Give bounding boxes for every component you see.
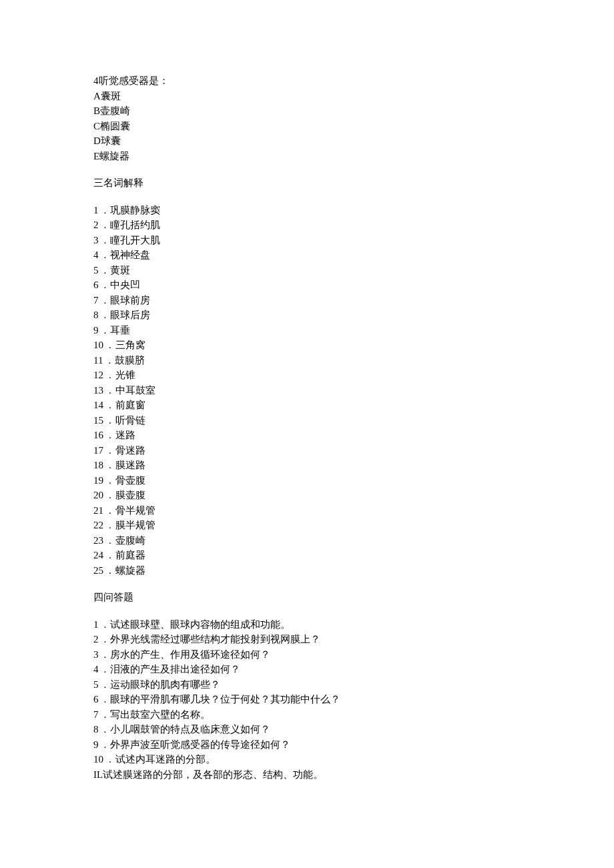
- question-text: 写出鼓室六壁的名称。: [110, 707, 210, 723]
- item-number: 9: [93, 737, 99, 753]
- question-item: 2.外界光线需经过哪些结构才能投射到视网膜上？: [93, 632, 614, 647]
- item-number: 13: [93, 383, 103, 398]
- term-item: 5.黄斑: [93, 263, 614, 278]
- dot-separator: .: [103, 443, 115, 458]
- dot-separator: .: [99, 632, 111, 647]
- term-text: 黄斑: [110, 263, 130, 278]
- term-item: 16.迷路: [93, 428, 614, 443]
- term-text: 眼球前房: [110, 293, 150, 308]
- term-item: 4.视神经盘: [93, 248, 614, 263]
- item-number: 5: [93, 263, 99, 278]
- dot-separator: .: [103, 503, 115, 518]
- question-text: 外界光线需经过哪些结构才能投射到视网膜上？: [110, 632, 320, 647]
- question-item: 7.写出鼓室六壁的名称。: [93, 707, 614, 723]
- option-b: B壶腹崎: [93, 103, 614, 119]
- dot-separator: .: [103, 518, 115, 533]
- item-number: 22: [93, 518, 103, 533]
- section-4-list: 1.试述眼球壁、眼球内容物的组成和功能。2.外界光线需经过哪些结构才能投射到视网…: [93, 617, 614, 783]
- question-4-stem: 4听觉感受器是：: [93, 73, 614, 89]
- dot-separator: .: [103, 473, 115, 488]
- term-text: 膜迷路: [115, 458, 145, 473]
- item-number: 6: [93, 692, 99, 707]
- item-number: 12: [93, 368, 103, 383]
- term-text: 眼球后房: [110, 308, 150, 323]
- dot-separator: .: [103, 338, 115, 353]
- term-item: 20.膜壶腹: [93, 488, 614, 503]
- term-text: 螺旋器: [115, 563, 145, 578]
- dot-separator: .: [103, 368, 115, 383]
- question-text: 泪液的产生及排出途径如何？: [110, 662, 240, 677]
- term-item: 22.膜半规管: [93, 518, 614, 533]
- dot-separator: .: [99, 677, 111, 693]
- item-number: 19: [93, 473, 103, 488]
- item-number: 7: [93, 707, 99, 723]
- term-item: 15.听骨链: [93, 413, 614, 428]
- dot-separator: .: [103, 752, 115, 767]
- term-text: 听骨链: [115, 413, 145, 428]
- question-text: 房水的产生、作用及循环途径如何？: [110, 647, 270, 663]
- term-text: 瞳孔括约肌: [110, 218, 160, 233]
- dot-separator: .: [103, 563, 115, 578]
- item-number: 5: [93, 677, 99, 693]
- dot-separator: .: [103, 458, 115, 473]
- dot-separator: .: [103, 353, 115, 368]
- term-item: 25.螺旋器: [93, 563, 614, 578]
- term-text: 瞳孔开大肌: [110, 233, 160, 248]
- dot-separator: .: [99, 218, 111, 233]
- document-page: 4听觉感受器是： A囊斑 B壶腹崎 C椭圆囊 D球囊 E螺旋器 三名词解释 1.…: [0, 0, 614, 868]
- item-number: 1: [93, 203, 99, 218]
- option-a: A囊斑: [93, 89, 614, 104]
- question-text: 试述内耳迷路的分部。: [115, 752, 216, 767]
- term-text: 三角窝: [115, 338, 145, 353]
- dot-separator: .: [103, 488, 115, 503]
- term-item: 18.膜迷路: [93, 458, 614, 473]
- term-text: 壶腹崎: [115, 533, 145, 548]
- term-item: 1.巩膜静脉窦: [93, 203, 614, 218]
- option-e: E螺旋器: [93, 149, 614, 164]
- question-item: 8.小儿咽鼓管的特点及临床意义如何？: [93, 722, 614, 737]
- question-item: 4.泪液的产生及排出途径如何？: [93, 662, 614, 677]
- question-item: 1.试述眼球壁、眼球内容物的组成和功能。: [93, 617, 614, 632]
- dot-separator: .: [99, 233, 111, 248]
- item-number: 10: [93, 338, 103, 353]
- dot-separator: .: [99, 737, 111, 753]
- dot-separator: .: [99, 647, 111, 663]
- term-text: 视神经盘: [110, 248, 150, 263]
- term-item: 7.眼球前房: [93, 293, 614, 308]
- dot-separator: .: [99, 248, 111, 263]
- dot-separator: .: [99, 203, 111, 218]
- term-text: 骨壶腹: [115, 473, 145, 488]
- dot-separator: .: [99, 308, 111, 323]
- item-number: 10: [93, 752, 103, 767]
- question-text: 运动眼球的肌肉有哪些？: [110, 677, 220, 693]
- dot-separator: .: [99, 662, 111, 677]
- section-3-list: 1.巩膜静脉窦2.瞳孔括约肌3.瞳孔开大肌4.视神经盘5.黄斑6.中央凹7.眼球…: [93, 203, 614, 578]
- term-item: 10.三角窝: [93, 338, 614, 353]
- section-3-title: 三名词解释: [93, 175, 614, 191]
- dot-separator: .: [99, 692, 111, 707]
- item-number: 11: [93, 353, 103, 368]
- dot-separator: .: [99, 323, 111, 338]
- item-number: 8: [93, 722, 99, 737]
- item-number: 3: [93, 233, 99, 248]
- dot-separator: .: [99, 617, 111, 632]
- dot-separator: .: [103, 413, 115, 428]
- term-text: 骨迷路: [115, 443, 145, 458]
- dot-separator: .: [103, 383, 115, 398]
- term-item: 11.鼓膜脐: [93, 353, 614, 368]
- dot-separator: .: [99, 263, 111, 278]
- item-number: 7: [93, 293, 99, 308]
- option-d: D球囊: [93, 133, 614, 149]
- term-item: 19.骨壶腹: [93, 473, 614, 488]
- item-number: 9: [93, 323, 99, 338]
- item-number: 25: [93, 563, 103, 578]
- dot-separator: .: [103, 398, 115, 413]
- question-text: 小儿咽鼓管的特点及临床意义如何？: [110, 722, 270, 737]
- term-text: 前庭窗: [115, 398, 145, 413]
- dot-separator: .: [99, 722, 111, 737]
- question-text: 外界声波至听觉感受器的传导途径如何？: [110, 737, 290, 753]
- term-text: 膜壶腹: [115, 488, 145, 503]
- term-text: 巩膜静脉窦: [110, 203, 160, 218]
- item-number: 15: [93, 413, 103, 428]
- term-text: 中央凹: [110, 278, 140, 293]
